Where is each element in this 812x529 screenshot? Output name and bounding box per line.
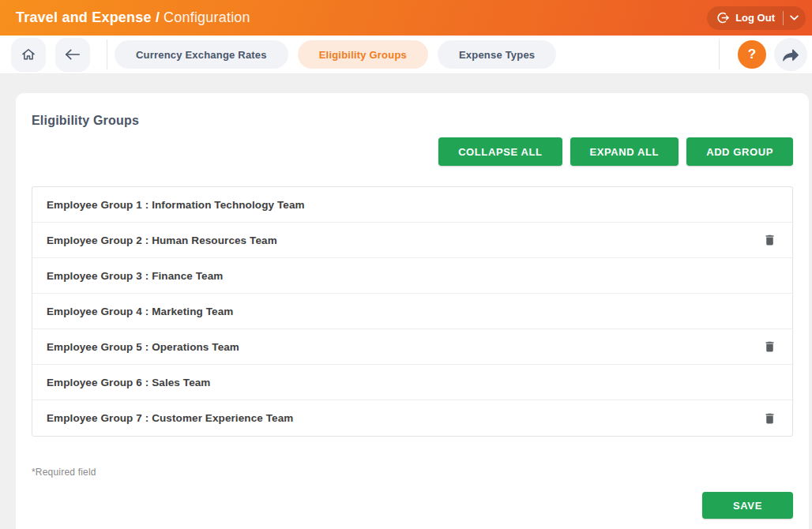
tab-currency-exchange-rates[interactable]: Currency Exchange Rates <box>115 40 288 69</box>
add-group-button[interactable]: ADD GROUP <box>686 137 793 166</box>
group-label: Employee Group 6 : Sales Team <box>47 377 210 388</box>
delete-group-button[interactable] <box>760 409 779 428</box>
toolbar-divider-left <box>107 39 107 69</box>
expand-all-button[interactable]: EXPAND ALL <box>570 137 679 166</box>
home-icon <box>21 47 36 62</box>
eligibility-group-list: Employee Group 1 : Information Technolog… <box>32 186 793 437</box>
group-label: Employee Group 2 : Human Resources Team <box>47 234 277 246</box>
home-button[interactable] <box>11 38 46 72</box>
app-header: Travel and Expense /Configuration Log Ou… <box>0 0 812 36</box>
group-label: Employee Group 7 : Customer Experience T… <box>47 412 293 424</box>
app-title-secondary: Configuration <box>164 9 250 25</box>
trash-icon <box>763 340 776 354</box>
logout-button[interactable]: Log Out <box>707 6 806 30</box>
save-button[interactable]: SAVE <box>702 492 793 519</box>
app-title-primary: Travel and Expense / <box>16 9 160 25</box>
delete-group-button[interactable] <box>760 337 779 356</box>
required-field-note: *Required field <box>32 467 793 478</box>
back-arrow-icon <box>64 48 81 61</box>
group-label: Employee Group 3 : Finance Team <box>47 270 223 282</box>
logout-dropdown-button[interactable] <box>784 6 804 30</box>
group-label: Employee Group 1 : Information Technolog… <box>47 199 305 211</box>
share-button[interactable] <box>774 38 807 71</box>
list-item[interactable]: Employee Group 7 : Customer Experience T… <box>32 400 792 436</box>
list-item[interactable]: Employee Group 5 : Operations Team <box>32 329 792 365</box>
list-item[interactable]: Employee Group 3 : Finance Team <box>32 258 792 294</box>
chevron-down-icon <box>790 15 799 21</box>
trash-icon <box>763 411 776 426</box>
list-item[interactable]: Employee Group 4 : Marketing Team <box>32 294 792 329</box>
back-button[interactable] <box>55 38 90 72</box>
question-mark-icon: ? <box>748 47 756 62</box>
list-item[interactable]: Employee Group 2 : Human Resources Team <box>32 223 792 258</box>
secondary-toolbar: Currency Exchange Rates Eligibility Grou… <box>0 36 812 74</box>
list-actions: COLLAPSE ALL EXPAND ALL ADD GROUP <box>32 137 793 166</box>
delete-group-button[interactable] <box>760 231 779 249</box>
page: Eligibility Groups COLLAPSE ALL EXPAND A… <box>0 93 812 529</box>
content-card: Eligibility Groups COLLAPSE ALL EXPAND A… <box>16 93 809 529</box>
tab-expense-types[interactable]: Expense Types <box>438 40 556 69</box>
list-item[interactable]: Employee Group 6 : Sales Team <box>32 365 792 400</box>
toolbar-divider-right <box>719 39 720 69</box>
page-title: Eligibility Groups <box>32 114 793 128</box>
list-item[interactable]: Employee Group 1 : Information Technolog… <box>32 187 792 223</box>
app-title: Travel and Expense /Configuration <box>16 9 250 26</box>
help-button[interactable]: ? <box>738 40 766 69</box>
logout-icon <box>716 11 730 24</box>
group-label: Employee Group 5 : Operations Team <box>47 341 239 353</box>
share-forward-icon <box>782 47 799 62</box>
logout-label: Log Out <box>735 12 775 24</box>
tab-eligibility-groups[interactable]: Eligibility Groups <box>298 40 428 69</box>
collapse-all-button[interactable]: COLLAPSE ALL <box>438 137 562 166</box>
trash-icon <box>763 233 776 247</box>
save-row: SAVE <box>32 492 793 519</box>
group-label: Employee Group 4 : Marketing Team <box>47 306 233 317</box>
